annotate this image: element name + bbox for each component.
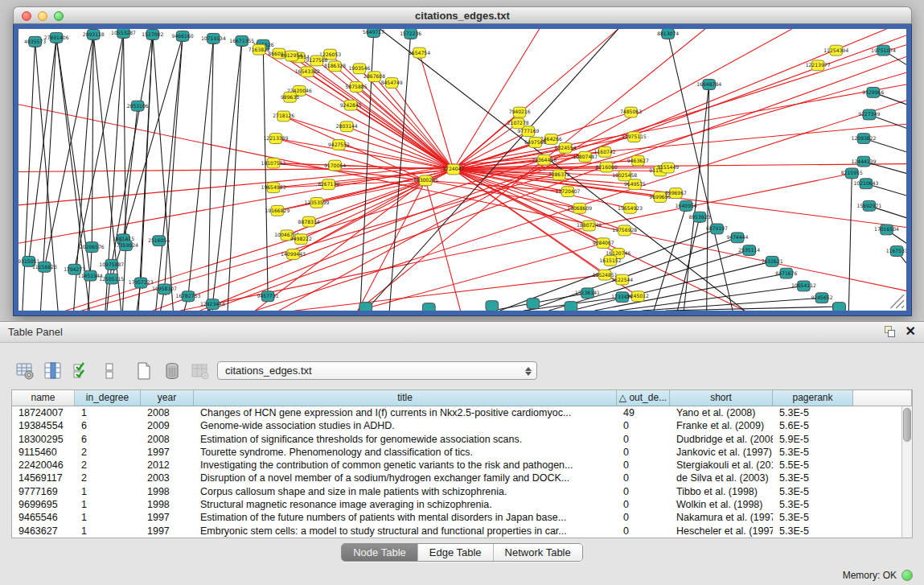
cell-short[interactable]: Dudbridge et al. (2008)	[670, 433, 773, 446]
cell-name[interactable]: 22420046	[12, 459, 75, 472]
network-node[interactable]: 10958107	[152, 284, 177, 295]
network-node[interactable]: 9463627	[627, 155, 649, 166]
cell-name[interactable]: 9463627	[12, 525, 75, 538]
column-header-name[interactable]: name	[12, 390, 75, 406]
network-node[interactable]: 4035573	[24, 36, 46, 47]
cell-year[interactable]: 2003	[141, 472, 194, 484]
cell-name[interactable]: 18300295	[12, 433, 75, 446]
cell-short[interactable]: Hescheler et al. (1997)	[670, 525, 773, 538]
delete-column-icon[interactable]	[162, 360, 183, 381]
cell-in_degree[interactable]: 1	[75, 498, 141, 511]
table-row[interactable]: 969969511998Structural magnetic resonanc…	[12, 498, 901, 511]
network-node[interactable]: 17359924	[113, 241, 138, 251]
network-node[interactable]	[833, 303, 846, 311]
network-node[interactable]	[359, 303, 372, 311]
table-row[interactable]: 977716911998Corpus callosum shape and si…	[12, 485, 901, 498]
network-node[interactable]: 2522544	[611, 274, 633, 285]
cell-in_degree[interactable]: 6	[75, 419, 141, 432]
table-select-dropdown[interactable]: citations_edges.txt	[217, 361, 537, 380]
table-mode-icon[interactable]	[14, 360, 35, 381]
network-node[interactable]: 8324554	[555, 142, 577, 153]
cell-pagerank[interactable]: 5.3E-5	[773, 446, 853, 459]
cell-year[interactable]: 1998	[141, 485, 194, 498]
cell-short[interactable]: Tibbo et al. (1998)	[670, 485, 773, 498]
create-column-icon[interactable]	[133, 360, 154, 381]
cell-pagerank[interactable]: 5.3E-5	[773, 498, 853, 511]
cell-pagerank[interactable]: 5.3E-5	[773, 485, 853, 498]
column-header-short[interactable]: short	[670, 390, 773, 406]
cell-name[interactable]: 9465546	[12, 511, 75, 524]
network-node[interactable]: 19166829	[265, 205, 290, 216]
cell-pagerank[interactable]: 5.6E-5	[773, 419, 853, 432]
network-node[interactable]: 989635	[281, 92, 299, 102]
network-node[interactable]: 9245652	[811, 293, 832, 303]
tab-node-table[interactable]: Node Table	[342, 544, 417, 561]
cell-title[interactable]: Investigating the contribution of common…	[194, 459, 617, 472]
cell-in_degree[interactable]: 1	[75, 525, 141, 538]
cell-year[interactable]: 2009	[141, 419, 194, 432]
table-row[interactable]: 1456911722003Disruption of a novel membe…	[12, 472, 901, 484]
network-node[interactable]: 16648784	[696, 80, 721, 90]
network-node[interactable]: 7485063	[620, 107, 642, 117]
network-graph[interactable]: 4035573276914062093118105532871527002946…	[18, 29, 906, 311]
network-node[interactable]: 7940216	[509, 107, 531, 117]
cell-name[interactable]: 9777169	[12, 485, 75, 498]
tab-network-table[interactable]: Network Table	[493, 544, 582, 561]
network-node[interactable]: 8215955	[841, 168, 863, 179]
cell-in_degree[interactable]: 1	[75, 511, 141, 524]
network-node[interactable]: 12213389	[263, 134, 288, 144]
network-node[interactable]: 18107552	[261, 158, 286, 168]
network-node[interactable]: 8878334	[298, 216, 320, 227]
window-titlebar[interactable]: citations_edges.txt	[13, 6, 912, 24]
scrollbar-thumb[interactable]	[903, 408, 911, 442]
cell-title[interactable]: Embryonic stem cells: a model to study s…	[194, 525, 617, 538]
cell-short[interactable]: Wolkin et al. (1998)	[670, 498, 773, 511]
table-row[interactable]: 1938455462009Genome-wide association stu…	[12, 419, 901, 432]
cell-out_degree[interactable]: 0	[617, 485, 670, 498]
cell-short[interactable]: Yano et al. (2008)	[670, 406, 773, 419]
network-node[interactable]: 12444139	[852, 156, 877, 167]
network-node[interactable]: 12975115	[622, 132, 647, 142]
cell-pagerank[interactable]: 5.3E-5	[773, 472, 853, 484]
network-node[interactable]: 7632621	[762, 256, 783, 266]
network-node[interactable]	[565, 302, 577, 311]
cell-in_degree[interactable]: 2	[75, 459, 141, 472]
table-row[interactable]: 946362711997Embryonic stem cells: a mode…	[12, 525, 901, 538]
column-header-year[interactable]: year	[141, 390, 194, 406]
cell-title[interactable]: Genome-wide association studies in ADHD.	[194, 419, 617, 432]
network-node[interactable]: 2935114	[738, 245, 760, 256]
cell-year[interactable]: 1997	[141, 525, 194, 538]
cell-pagerank[interactable]: 5.3E-5	[773, 511, 853, 524]
network-node[interactable]: 5649717	[363, 29, 384, 37]
network-node[interactable]	[486, 301, 499, 311]
network-node[interactable]: 27691406	[44, 32, 69, 43]
select-columns-icon[interactable]	[71, 360, 92, 381]
network-node[interactable]	[527, 299, 540, 309]
network-node[interactable]: 21364456	[532, 154, 556, 165]
network-node[interactable]	[422, 303, 435, 311]
network-node[interactable]: 1654754	[409, 47, 430, 58]
memory-status-icon[interactable]	[901, 570, 913, 581]
cell-out_degree[interactable]: 0	[617, 459, 670, 472]
network-node[interactable]: 12353599	[305, 198, 330, 208]
network-node[interactable]: 12093822	[852, 134, 877, 144]
network-node[interactable]: 1615152	[599, 255, 621, 266]
network-node[interactable]: 20206576	[80, 242, 105, 253]
cell-name[interactable]: 9699695	[12, 498, 75, 511]
network-node[interactable]: 8186328	[324, 61, 346, 72]
table-row[interactable]: 946554611997Estimation of the future num…	[12, 511, 901, 524]
network-node[interactable]: 8454749	[381, 78, 403, 89]
network-node[interactable]: 16782753	[176, 291, 201, 302]
cell-out_degree[interactable]: 49	[617, 406, 670, 419]
cell-in_degree[interactable]: 2	[75, 472, 141, 484]
network-node[interactable]: 9084067	[593, 238, 614, 249]
network-node[interactable]: 2516056	[148, 236, 170, 246]
network-node[interactable]: 19751074	[871, 45, 896, 56]
network-node[interactable]: 12720407	[556, 187, 581, 197]
column-visibility-icon[interactable]	[43, 360, 64, 381]
network-node[interactable]: 1572236	[400, 29, 421, 39]
network-node[interactable]: 12213977	[806, 60, 831, 71]
cell-year[interactable]: 1997	[141, 446, 194, 459]
cell-name[interactable]: 18724007	[12, 406, 75, 419]
cell-out_degree[interactable]: 0	[617, 498, 670, 511]
